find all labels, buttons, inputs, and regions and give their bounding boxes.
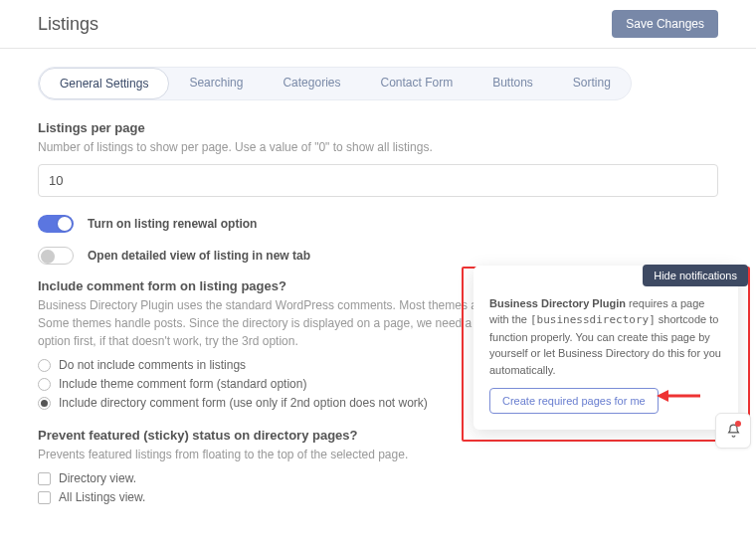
sticky-check-0[interactable] [38,472,51,485]
tab-categories[interactable]: Categories [263,68,360,99]
renewal-toggle-label: Turn on listing renewal option [88,217,257,231]
sticky-check-1[interactable] [38,491,51,504]
save-changes-button[interactable]: Save Changes [612,10,718,38]
newtab-toggle-label: Open detailed view of listing in new tab [88,249,310,263]
notification-dot-icon [735,421,741,427]
comment-radio-2[interactable] [38,397,51,410]
tab-buttons[interactable]: Buttons [472,68,553,99]
renewal-toggle[interactable] [38,215,74,233]
sticky-check-0-label: Directory view. [59,471,136,485]
arrow-annotation-icon [657,386,700,406]
create-required-pages-button[interactable]: Create required pages for me [489,388,659,414]
listings-per-page-input[interactable] [38,164,718,197]
shortcode-text: [businessdirectory] [530,313,656,326]
tab-general-settings[interactable]: General Settings [39,68,169,99]
comment-radio-0-label: Do not include comments in listings [59,358,246,372]
svg-marker-1 [657,390,668,402]
notifications-bell-button[interactable] [715,413,751,449]
sticky-check-1-label: All Listings view. [59,490,145,504]
tab-searching[interactable]: Searching [169,68,263,99]
notification-highlight-box: Hide notifications ✕ Business Directory … [462,267,750,442]
tabs-container: General Settings Searching Categories Co… [38,67,632,100]
notification-text: Business Directory Plugin requires a pag… [489,295,722,379]
tab-contact-form[interactable]: Contact Form [360,68,472,99]
newtab-toggle[interactable] [38,247,74,265]
notification-bold: Business Directory Plugin [489,297,626,309]
page-title: Listings [38,14,98,35]
comment-radio-2-label: Include directory comment form (use only… [59,396,428,410]
comment-radio-0[interactable] [38,359,51,372]
hide-notifications-button[interactable]: Hide notifications [643,265,748,286]
listings-per-page-desc: Number of listings to show per page. Use… [38,138,718,156]
comment-radio-1[interactable] [38,378,51,391]
comment-radio-1-label: Include theme comment form (standard opt… [59,377,306,391]
listings-per-page-title: Listings per page [38,120,718,135]
tab-sorting[interactable]: Sorting [553,68,631,99]
sticky-desc: Prevents featured listings from floating… [38,446,718,463]
